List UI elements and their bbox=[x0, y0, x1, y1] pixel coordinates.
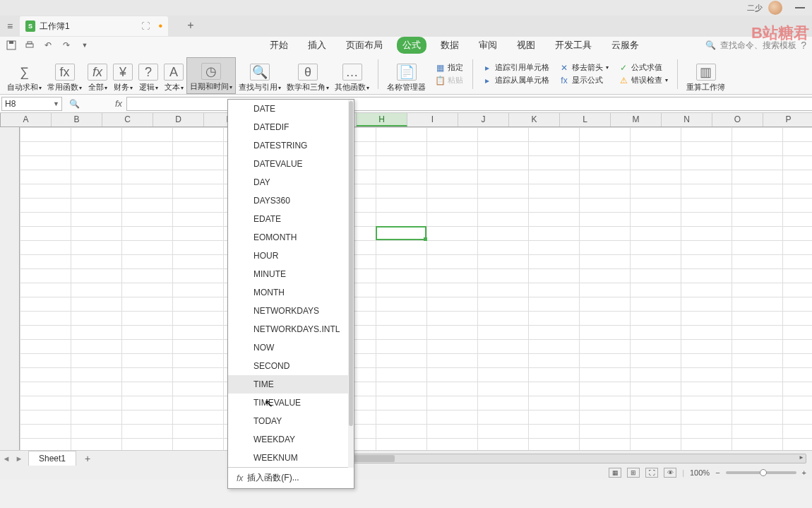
column-header[interactable]: H bbox=[357, 113, 407, 126]
dropdown-item[interactable]: DATE bbox=[228, 100, 354, 118]
evaluate-formula-button[interactable]: ✓公式求值 bbox=[616, 61, 664, 73]
formula-bar: H8 ▼ 🔍 fx bbox=[0, 95, 812, 113]
namebox-dropdown-icon[interactable]: ▼ bbox=[53, 100, 59, 107]
document-tab[interactable]: 工作簿1 ⛶ • bbox=[20, 16, 168, 36]
trace-precedents-button[interactable]: ▸追踪引用单元格 bbox=[480, 61, 551, 73]
view-pagebreak-icon[interactable]: ⊞ bbox=[627, 468, 640, 478]
spreadsheet-grid[interactable] bbox=[0, 127, 812, 450]
sheet-nav-prev[interactable]: ◄ bbox=[0, 454, 13, 463]
name-manager-button[interactable]: 📄名称管理器 bbox=[384, 57, 429, 94]
search-placeholder[interactable]: 查找命令、搜索模板 bbox=[720, 40, 796, 52]
dropdown-item[interactable]: DATEVALUE bbox=[228, 155, 354, 173]
column-header[interactable]: C bbox=[102, 113, 153, 126]
new-tab-button[interactable]: + bbox=[182, 18, 199, 35]
avatar[interactable] bbox=[768, 1, 782, 15]
dropdown-item[interactable]: NETWORKDAYS.INTL bbox=[228, 320, 354, 338]
finance-fn-button[interactable]: ¥财务▾ bbox=[110, 57, 136, 94]
column-header[interactable]: O bbox=[712, 113, 763, 126]
fx-icon[interactable]: fx bbox=[115, 98, 122, 109]
name-box[interactable]: H8 ▼ bbox=[1, 97, 62, 111]
dropdown-item[interactable]: DATESTRING bbox=[228, 136, 354, 155]
dropdown-item[interactable]: EDATE bbox=[228, 210, 354, 228]
menu-formula[interactable]: 公式 bbox=[397, 37, 426, 54]
datetime-dropdown: DATEDATEDIFDATESTRINGDATEVALUEDAYDAYS360… bbox=[227, 99, 354, 489]
lookup-fn-button[interactable]: 🔍查找与引用▾ bbox=[236, 57, 284, 94]
remove-arrows-button[interactable]: ✕移去箭头▾ bbox=[557, 61, 611, 73]
row-headers[interactable] bbox=[0, 127, 20, 450]
help-icon[interactable]: ? bbox=[801, 40, 806, 51]
dropdown-item[interactable]: EOMONTH bbox=[228, 228, 354, 247]
dropdown-item[interactable]: TIME bbox=[228, 375, 354, 394]
undo-icon[interactable]: ↶ bbox=[42, 40, 54, 51]
autosum-button[interactable]: ∑自动求和▾ bbox=[4, 57, 44, 94]
column-header[interactable]: K bbox=[509, 113, 560, 126]
error-check-button[interactable]: ⚠错误检查▾ bbox=[616, 74, 670, 86]
dropdown-scrollbar[interactable] bbox=[348, 100, 354, 468]
math-fn-button[interactable]: θ数学和三角▾ bbox=[284, 57, 332, 94]
text-fn-button[interactable]: A文本▾ bbox=[161, 57, 186, 94]
toolbar-dropdown-icon[interactable]: ▼ bbox=[79, 40, 90, 51]
column-header[interactable]: P bbox=[763, 113, 812, 126]
save-icon[interactable] bbox=[6, 40, 17, 51]
column-header[interactable]: N bbox=[662, 113, 712, 126]
menu-devtools[interactable]: 开发工具 bbox=[549, 37, 597, 54]
trace-dependents-button[interactable]: ▸追踪从属单元格 bbox=[480, 74, 551, 86]
all-fn-button[interactable]: fx全部▾ bbox=[85, 57, 110, 94]
dropdown-item[interactable]: DAY bbox=[228, 173, 354, 191]
datetime-fn-button[interactable]: ◷日期和时间▾ bbox=[186, 57, 236, 94]
view-eye-icon[interactable]: 👁 bbox=[664, 468, 676, 478]
menu-data[interactable]: 数据 bbox=[435, 37, 465, 54]
column-header[interactable]: D bbox=[153, 113, 204, 126]
zoom-slider[interactable] bbox=[726, 471, 796, 474]
view-normal-icon[interactable]: ▦ bbox=[609, 468, 621, 478]
column-header[interactable]: J bbox=[458, 113, 509, 126]
menu-page-layout[interactable]: 页面布局 bbox=[340, 37, 388, 54]
column-header[interactable]: B bbox=[52, 113, 102, 126]
dropdown-item[interactable]: SECOND bbox=[228, 357, 354, 375]
sheet-nav-next[interactable]: ► bbox=[13, 454, 25, 463]
common-fn-button[interactable]: fx常用函数▾ bbox=[44, 57, 85, 94]
view-fullscreen-icon[interactable]: ⛶ bbox=[645, 468, 658, 478]
dropdown-item[interactable]: TODAY bbox=[228, 412, 354, 430]
dropdown-item[interactable]: MINUTE bbox=[228, 265, 354, 283]
recalc-button[interactable]: ▥重算工作簿 bbox=[683, 57, 728, 94]
zoom-in-button[interactable]: + bbox=[802, 468, 806, 477]
dropdown-item[interactable]: WEEKNUM bbox=[228, 449, 354, 467]
dropdown-item[interactable]: HOUR bbox=[228, 247, 354, 265]
other-fn-button[interactable]: …其他函数▾ bbox=[332, 57, 372, 94]
app-menu-icon[interactable]: ≡ bbox=[4, 20, 16, 32]
paste-name-button: 📋粘贴 bbox=[433, 74, 465, 86]
dropdown-item[interactable]: TIMEVALUE bbox=[228, 394, 354, 412]
selected-cell[interactable] bbox=[376, 226, 426, 240]
column-header[interactable]: I bbox=[407, 113, 458, 126]
dropdown-item[interactable]: NETWORKDAYS bbox=[228, 302, 354, 320]
horizontal-scrollbar[interactable] bbox=[306, 454, 806, 463]
logic-fn-button[interactable]: ?逻辑▾ bbox=[136, 57, 161, 94]
menu-review[interactable]: 审阅 bbox=[473, 37, 503, 54]
zoom-label[interactable]: 100% bbox=[690, 468, 710, 477]
column-header[interactable]: L bbox=[560, 113, 611, 126]
column-header[interactable]: A bbox=[1, 113, 52, 126]
insert-function-footer[interactable]: fx 插入函数(F)... bbox=[228, 467, 354, 488]
minimize-button[interactable] bbox=[795, 7, 805, 8]
column-header[interactable]: M bbox=[611, 113, 662, 126]
search-icon[interactable]: 🔍 bbox=[705, 40, 716, 50]
show-formula-button[interactable]: fx显示公式 bbox=[557, 74, 605, 86]
menu-cloud[interactable]: 云服务 bbox=[606, 37, 645, 54]
dropdown-item[interactable]: MONTH bbox=[228, 283, 354, 302]
zoom-out-button[interactable]: − bbox=[715, 468, 720, 477]
menu-view[interactable]: 视图 bbox=[511, 37, 541, 54]
tab-monitor-icon[interactable]: ⛶ bbox=[141, 21, 150, 31]
menu-insert[interactable]: 插入 bbox=[302, 37, 332, 54]
dropdown-item[interactable]: DATEDIF bbox=[228, 118, 354, 136]
print-icon[interactable] bbox=[24, 40, 35, 51]
add-sheet-button[interactable]: + bbox=[80, 453, 95, 464]
dropdown-item[interactable]: NOW bbox=[228, 338, 354, 357]
define-name-button[interactable]: ▦指定 bbox=[433, 61, 465, 73]
redo-icon[interactable]: ↷ bbox=[61, 40, 72, 51]
menu-start[interactable]: 开始 bbox=[264, 37, 294, 54]
sheet-tab[interactable]: Sheet1 bbox=[28, 451, 76, 466]
fn-search-icon[interactable]: 🔍 bbox=[69, 99, 80, 109]
dropdown-item[interactable]: WEEKDAY bbox=[228, 430, 354, 449]
dropdown-item[interactable]: DAYS360 bbox=[228, 191, 354, 210]
